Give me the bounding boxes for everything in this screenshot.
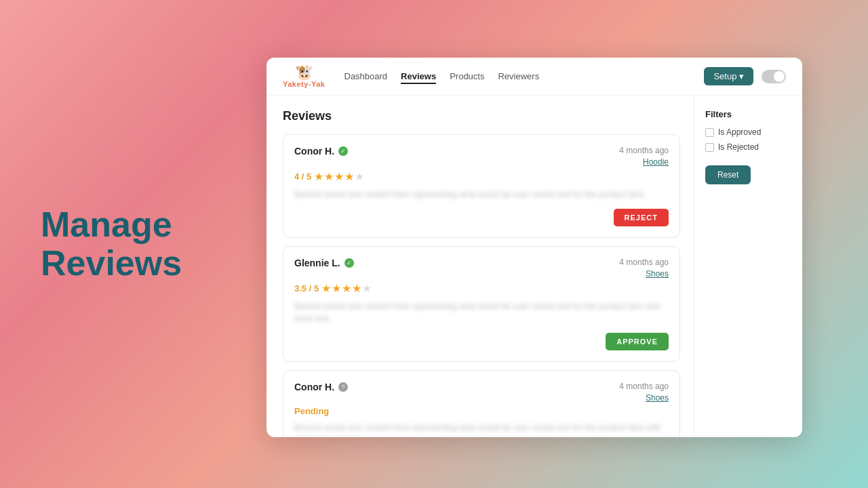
review-body: Blurred review text content here represe… — [294, 300, 669, 325]
star-5: ★ — [362, 282, 372, 295]
status-pending: Pending — [294, 406, 329, 416]
review-actions: REJECT — [294, 209, 669, 226]
review-body: Blurred review text content here represe… — [294, 188, 669, 201]
stars: ★ ★ ★ ★ ★ — [314, 170, 364, 183]
star-3: ★ — [334, 170, 344, 183]
logo-icon: 🐮 — [295, 65, 313, 80]
review-date: 4 months ago — [619, 258, 669, 267]
product-link[interactable]: Shoes — [646, 393, 669, 403]
star-1: ★ — [321, 282, 331, 295]
star-3: ★ — [342, 282, 351, 295]
reviewer-name: Conor H. — [294, 146, 334, 157]
nav-links: Dashboard Reviews Products Reviewers — [344, 68, 705, 84]
review-meta: 4 months ago Shoes — [619, 258, 669, 279]
filter-label-approved: Is Approved — [718, 127, 761, 137]
nav-right: Setup ▾ — [704, 67, 786, 85]
verified-icon: ✓ — [344, 258, 354, 268]
nav-reviews[interactable]: Reviews — [401, 68, 436, 84]
review-header: Glennie L. ✓ 4 months ago Shoes — [294, 258, 669, 279]
rating-row: 4 / 5 ★ ★ ★ ★ ★ — [294, 170, 669, 183]
rating-text: 3.5 / 5 — [294, 283, 319, 293]
rating-text: 4 / 5 — [294, 171, 311, 182]
review-date: 4 months ago — [619, 382, 669, 391]
filters-sidebar: Filters Is Approved Is Rejected Reset — [694, 96, 802, 437]
logo: 🐮 Yakety-Yak — [283, 65, 326, 88]
review-header: Conor H. ✓ 4 months ago Hoodie — [294, 146, 669, 167]
star-2: ★ — [324, 170, 334, 183]
star-4: ★ — [344, 170, 354, 183]
toggle-switch[interactable] — [762, 70, 786, 83]
rating-row: 3.5 / 5 ★ ★ ★ ★ ★ — [294, 282, 669, 295]
rating-row: Pending — [294, 406, 669, 416]
page-title: Reviews — [283, 109, 680, 123]
product-link[interactable]: Hoodie — [643, 157, 669, 167]
review-card: Conor H. ✓ 4 months ago Hoodie 4 / 5 ★ ★… — [283, 134, 680, 238]
reviewer-name: Glennie L. — [294, 258, 340, 268]
nav-reviewers[interactable]: Reviewers — [498, 68, 539, 84]
review-actions: APPROVE — [294, 333, 669, 350]
is-approved-checkbox[interactable] — [705, 128, 714, 137]
approve-button[interactable]: APPROVE — [606, 333, 669, 350]
navbar: 🐮 Yakety-Yak Dashboard Reviews Products … — [267, 58, 802, 96]
review-header: Conor H. ? 4 months ago Shoes — [294, 382, 669, 403]
reviews-section: Reviews Conor H. ✓ 4 months ago Hoodie 4… — [267, 96, 694, 437]
verified-icon: ✓ — [338, 146, 348, 156]
filters-title: Filters — [705, 109, 791, 119]
stars: ★ ★ ★ ★ ★ — [321, 282, 372, 295]
setup-button[interactable]: Setup ▾ — [704, 67, 753, 85]
is-rejected-checkbox[interactable] — [705, 143, 714, 152]
review-meta: 4 months ago Shoes — [619, 382, 669, 403]
star-1: ★ — [314, 170, 323, 183]
product-link[interactable]: Shoes — [646, 269, 669, 279]
review-meta: 4 months ago Hoodie — [619, 146, 669, 167]
reset-button[interactable]: Reset — [705, 165, 751, 184]
filter-label-rejected: Is Rejected — [718, 142, 759, 152]
star-2: ★ — [332, 282, 341, 295]
app-window: 🐮 Yakety-Yak Dashboard Reviews Products … — [267, 58, 802, 437]
logo-text: Yakety-Yak — [283, 80, 326, 88]
star-4: ★ — [352, 282, 361, 295]
reviewer-name: Conor H. — [294, 382, 334, 392]
nav-products[interactable]: Products — [450, 68, 484, 84]
reviewer-info: Conor H. ? — [294, 382, 348, 392]
reviewer-info: Glennie L. ✓ — [294, 258, 354, 268]
hero-text: Manage Reviews — [41, 205, 182, 283]
main-content: Reviews Conor H. ✓ 4 months ago Hoodie 4… — [267, 96, 802, 437]
filter-option-rejected: Is Rejected — [705, 142, 791, 152]
review-body: Blurred review text content here represe… — [294, 422, 669, 437]
pending-icon: ? — [338, 382, 348, 392]
reject-button[interactable]: REJECT — [614, 209, 669, 226]
review-card: Glennie L. ✓ 4 months ago Shoes 3.5 / 5 … — [283, 246, 680, 362]
reviewer-info: Conor H. ✓ — [294, 146, 348, 157]
review-card: Conor H. ? 4 months ago Shoes Pending Bl… — [283, 370, 680, 437]
nav-dashboard[interactable]: Dashboard — [344, 68, 388, 84]
review-date: 4 months ago — [619, 146, 669, 155]
filter-option-approved: Is Approved — [705, 127, 791, 137]
star-5: ★ — [355, 170, 364, 183]
